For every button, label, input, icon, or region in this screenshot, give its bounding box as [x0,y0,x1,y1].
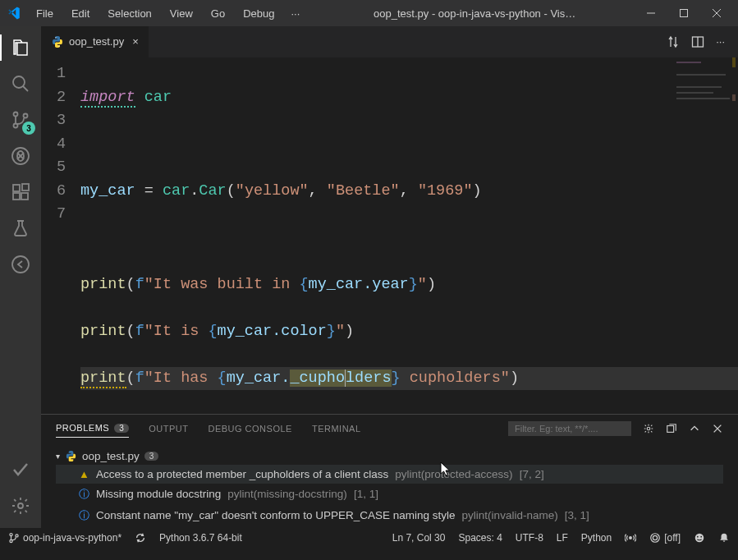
tab-bar: oop_test.py × ··· [41,26,738,57]
editor-area: oop_test.py × ··· 1234567 import car my_… [41,26,738,527]
code-content[interactable]: import car my_car = car.Car("yellow", "B… [80,57,738,414]
menu-bar: File Edit Selection View Go Debug ··· [28,4,306,23]
problems-filter-input[interactable] [508,421,631,436]
problem-file-group[interactable]: ▾ oop_test.py 3 [56,448,723,465]
status-feedback-icon[interactable] [694,532,705,544]
window-title: oop_test.py - oop-in-java-vs-python - Vi… [306,7,643,20]
svg-point-30 [651,533,660,542]
maximize-button[interactable] [676,5,692,21]
menu-file[interactable]: File [28,4,62,23]
problems-list: ▾ oop_test.py 3 ▲ Access to a protected … [41,443,738,531]
maximize-panel-icon[interactable] [689,423,700,434]
collapse-all-icon[interactable] [666,423,677,434]
status-cursor-position[interactable]: Ln 7, Col 30 [392,532,446,544]
scm-badge: 3 [22,122,35,135]
tab-debug-console[interactable]: DEBUG CONSOLE [208,424,291,434]
svg-point-3 [14,124,18,128]
info-icon: ⓘ [79,487,89,502]
more-actions-icon[interactable]: ··· [716,35,725,48]
svg-point-13 [55,37,56,38]
tab-terminal[interactable]: TERMINAL [312,424,361,434]
close-button[interactable] [708,5,725,21]
debug-icon[interactable] [7,143,34,169]
tab-problems[interactable]: PROBLEMS3 [56,423,129,438]
explorer-icon[interactable] [7,34,34,61]
minimize-button[interactable] [643,5,659,21]
svg-rect-19 [676,92,713,94]
editor-actions: ··· [667,35,738,48]
checkmark-icon[interactable] [7,457,34,483]
svg-point-33 [700,535,702,537]
source-control-icon[interactable]: 3 [7,107,34,133]
status-indentation[interactable]: Spaces: 4 [458,532,502,544]
svg-point-26 [10,539,12,542]
status-broadcast-icon[interactable] [625,532,636,544]
status-sync[interactable] [135,532,146,544]
svg-point-28 [630,536,632,539]
status-bell-icon[interactable] [718,532,730,544]
menu-edit[interactable]: Edit [63,4,98,23]
svg-point-27 [16,534,18,536]
chevron-down-icon: ▾ [56,452,60,461]
problem-item[interactable]: ▲ Access to a protected member _cupholde… [56,465,723,484]
status-encoding[interactable]: UTF-8 [516,532,543,544]
menu-debug[interactable]: Debug [235,4,282,23]
status-screencast[interactable]: [off] [649,532,681,544]
test-icon[interactable] [7,215,34,241]
svg-rect-10 [22,184,29,190]
minimap[interactable] [672,57,738,414]
tab-close-icon[interactable]: × [132,35,139,48]
svg-point-25 [10,533,12,535]
menu-more[interactable]: ··· [284,4,306,23]
split-editor-icon[interactable] [691,35,704,48]
svg-point-2 [14,112,18,117]
python-file-icon [51,35,64,48]
panel-tab-bar: PROBLEMS3 OUTPUT DEBUG CONSOLE TERMINAL [41,415,738,443]
svg-rect-24 [667,425,674,432]
svg-point-12 [18,503,23,508]
status-eol[interactable]: LF [557,532,568,544]
tab-oop-test[interactable]: oop_test.py × [41,26,149,57]
svg-point-4 [24,114,28,118]
status-branch[interactable]: oop-in-java-vs-python* [8,532,121,544]
svg-point-14 [58,45,59,46]
svg-point-1 [13,76,25,88]
svg-point-32 [697,535,699,537]
warning-icon: ▲ [79,468,89,480]
svg-point-31 [695,533,704,542]
menu-selection[interactable]: Selection [99,4,159,23]
problem-item[interactable]: ⓘ Constant name "my_car" doesn't conform… [56,505,723,526]
python-file-icon [65,450,77,462]
liveshare-icon[interactable] [7,251,34,278]
svg-rect-22 [732,94,736,101]
line-number-gutter: 1234567 [41,57,80,414]
tab-label: oop_test.py [69,35,124,48]
settings-gear-icon[interactable] [7,493,34,519]
vscode-logo-icon [7,6,21,21]
svg-point-23 [647,427,650,430]
close-panel-icon[interactable] [712,423,723,434]
svg-rect-9 [21,193,28,200]
filter-settings-icon[interactable] [643,423,654,434]
problem-item[interactable]: ⓘ Missing module docstring pylint(missin… [56,484,723,505]
svg-point-29 [653,535,658,539]
extensions-icon[interactable] [7,179,34,205]
svg-rect-20 [676,98,730,99]
code-editor[interactable]: 1234567 import car my_car = car.Car("yel… [41,57,738,414]
tab-output[interactable]: OUTPUT [149,424,188,434]
menu-view[interactable]: View [162,4,201,23]
compare-icon[interactable] [667,35,680,48]
svg-rect-16 [676,62,701,63]
activity-bar: 3 [0,26,41,527]
bottom-panel: PROBLEMS3 OUTPUT DEBUG CONSOLE TERMINAL … [41,414,738,531]
svg-rect-7 [13,185,20,191]
search-icon[interactable] [7,71,34,97]
window-controls [643,5,731,21]
status-language[interactable]: Python [581,532,612,544]
menu-go[interactable]: Go [203,4,233,23]
info-icon: ⓘ [79,508,89,523]
status-interpreter[interactable]: Python 3.6.7 64-bit [159,532,242,544]
svg-rect-17 [676,74,726,76]
svg-point-11 [12,256,29,273]
svg-rect-0 [681,10,688,17]
